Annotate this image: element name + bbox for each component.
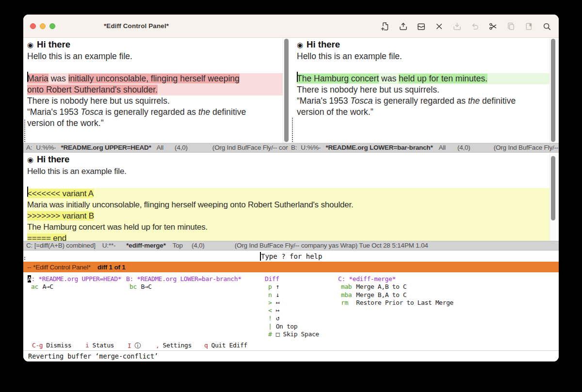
new-file-icon (380, 21, 390, 31)
buffer-c-scrollbar[interactable] (550, 153, 556, 241)
echo-area: Reverting buffer ‘merge-conflict’ (23, 350, 559, 361)
transient-column-diff: Diff p↑ n↓ >↤ <↦ !↺ |On top #□ Skip Spac… (265, 275, 319, 338)
search-button[interactable] (541, 21, 552, 31)
traffic-lights (23, 23, 55, 29)
org-bullet-icon: ◉ (27, 156, 33, 164)
buffer-b-line: There is nobody here but us squirrels. (297, 84, 550, 95)
buffer-a-line: There is nobody here but us squirrels. (27, 95, 283, 107)
buffer-a-window[interactable]: ◉Hi there Hello this is an example file.… (27, 38, 283, 143)
save-buffer-button[interactable] (416, 21, 426, 31)
text-cursor (297, 72, 298, 82)
window-title: *Ediff Control Panel* (104, 22, 169, 30)
footer-info[interactable]: Iⓘ (128, 342, 141, 350)
column-b-header: B: *README.org LOWER=bar-branch* (126, 275, 242, 282)
diff-a-line-2: onto Robert Sutherland's shoulder. (27, 84, 283, 95)
fringe-marks (24, 257, 25, 261)
close-buffer-button[interactable] (434, 21, 444, 31)
org-bullet-icon: ◉ (297, 41, 303, 49)
control-panel-window[interactable]: Type ? for help (23, 251, 559, 262)
menu-item-scroll-left[interactable]: >↤ (265, 299, 319, 307)
diff-counter: diff 1 of 1 (97, 264, 126, 271)
menu-item-on-top[interactable]: |On top (265, 323, 319, 330)
fringe-marks (292, 118, 293, 142)
open-file-icon (398, 21, 408, 31)
buffer-c-line: Hello this is an example file. (27, 166, 550, 177)
transient-menu: A: *README.org UPPER=HEAD* acA→C B: *REA… (23, 272, 559, 350)
paste-icon (524, 21, 534, 31)
save-as-icon (452, 21, 462, 31)
title-bar: *Ediff Control Panel* (23, 15, 559, 38)
org-heading: ◉Hi there (27, 38, 283, 51)
conflict-variant-a: Maria was initially unconsolable, flingi… (27, 199, 550, 210)
menu-item-copy-a-to-c[interactable]: acA→C (28, 283, 121, 291)
buffer-a-scrollbar[interactable] (283, 38, 290, 143)
save-as-button[interactable] (452, 21, 462, 31)
footer-status[interactable]: iStatus (85, 342, 114, 349)
transient-column-c: C: *ediff-merge* mabMerge A,B to C mbaMe… (338, 275, 453, 307)
org-heading: ◉Hi there (27, 153, 550, 166)
text-cursor (27, 72, 28, 82)
buffer-b-scrollbar[interactable] (550, 38, 556, 143)
search-icon (542, 21, 552, 31)
transient-column-a: A: *README.org UPPER=HEAD* acA→C (28, 275, 121, 291)
open-file-button[interactable] (398, 21, 408, 31)
help-hint: Type ? for help (261, 252, 322, 260)
menu-item-merge-ab[interactable]: mabMerge A,B to C (338, 283, 453, 291)
org-heading: ◉Hi there (297, 38, 550, 51)
toolbar (380, 15, 552, 38)
blank-line (297, 62, 550, 73)
diff-b-line: The Hamburg concert was held up for ten … (297, 73, 550, 84)
conflict-marker-end: ===== end (27, 233, 550, 241)
new-file-button[interactable] (380, 21, 390, 31)
menu-item-next-diff[interactable]: n↓ (265, 291, 319, 299)
menu-item-previous-diff[interactable]: p↑ (265, 283, 319, 291)
blank-line (27, 177, 550, 188)
copy-icon (506, 21, 516, 31)
minimize-window-button[interactable] (40, 23, 46, 29)
buffer-c-window[interactable]: ◉Hi there Hello this is an example file.… (27, 153, 550, 241)
undo-icon (470, 21, 480, 31)
transient-column-b: B: *README.org LOWER=bar-branch* bcB→C (126, 275, 242, 291)
desktop-background: *Ediff Control Panel* ◉Hi there Hello th… (0, 0, 582, 392)
text-cursor (27, 187, 28, 197)
menu-item-skip-space[interactable]: #□ Skip Space (265, 330, 319, 338)
fringe-marks (24, 120, 25, 142)
conflict-marker-b: >>>>>>> variant B (27, 210, 550, 221)
footer-quit-ediff[interactable]: qQuit Ediff (204, 342, 247, 349)
buffer-a-quote-line-2: version of the work.” (27, 118, 283, 129)
undo-button[interactable] (469, 21, 480, 31)
menu-item-restore-merge[interactable]: rmRestore Prior to Last Merge (338, 299, 453, 307)
echo-message: Reverting buffer ‘merge-conflict’ (28, 352, 158, 360)
emacs-window: *Ediff Control Panel* ◉Hi there Hello th… (23, 15, 559, 361)
column-c-header: C: *ediff-merge* (338, 275, 396, 282)
copy-button[interactable] (505, 21, 516, 31)
buffer-b-quote-line-2: version of the work.” (297, 107, 550, 118)
control-panel-modeline: -- *Ediff Control Panel* diff 1 of 1 (23, 262, 559, 272)
close-window-button[interactable] (30, 23, 36, 29)
conflict-variant-b: The Hamburg concert was held up for ten … (27, 221, 550, 233)
transient-footer: C-gDismiss iStatus Iⓘ ,Settings qQuit Ed… (23, 342, 559, 350)
close-buffer-icon (434, 21, 444, 31)
modeline-c: C: [=diff(A+B) combined]U:**-*ediff-merg… (23, 241, 559, 251)
cut-icon (488, 21, 498, 31)
buffer-b-window[interactable]: ◉Hi there Hello this is an example file.… (297, 38, 550, 143)
zoom-window-button[interactable] (49, 23, 55, 29)
footer-settings[interactable]: ,Settings (156, 342, 192, 349)
paste-button[interactable] (523, 21, 534, 31)
footer-dismiss[interactable]: C-gDismiss (32, 342, 71, 349)
menu-item-merge-ba[interactable]: mbaMerge B,A to C (338, 291, 453, 299)
menu-item-recompute[interactable]: !↺ (265, 314, 319, 322)
diff-a-line-1: Maria was initially unconsolable, flingi… (27, 73, 283, 84)
menu-item-scroll-right[interactable]: <↦ (265, 307, 319, 314)
modeline-a: A:U:%%-*README.org UPPER=HEAD*All(4,0)(O… (23, 143, 288, 153)
cut-button[interactable] (487, 21, 498, 31)
column-diff-header: Diff (265, 275, 279, 282)
buffer-b-quote-line: “Maria's 1953 Tosca is generally regarde… (297, 95, 550, 107)
save-buffer-icon (416, 21, 426, 31)
org-bullet-icon: ◉ (27, 41, 33, 49)
conflict-marker-a: <<<<<<< variant A (27, 188, 550, 199)
buffer-a-quote-line: “Maria's 1953 Tosca is generally regarde… (27, 107, 283, 118)
info-icon: ⓘ (134, 342, 141, 349)
buffer-b-line: Hello this is an example file. (297, 51, 550, 62)
menu-item-copy-b-to-c[interactable]: bcB→C (126, 283, 242, 291)
